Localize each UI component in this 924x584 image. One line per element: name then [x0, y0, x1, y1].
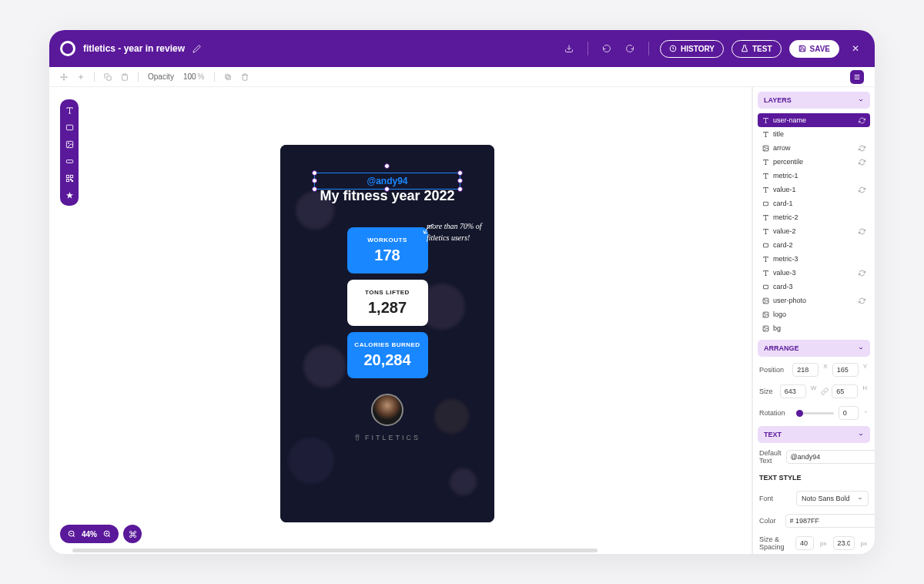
layer-row[interactable]: user-name — [758, 113, 870, 127]
size-spacing-row: Size & Spacing px px — [758, 534, 870, 552]
annotation-text[interactable]: more than 70% of fitletics users! — [427, 220, 487, 243]
font-select[interactable]: Noto Sans Bold — [796, 491, 869, 506]
logo-icon — [60, 41, 75, 56]
rotation-slider[interactable] — [796, 412, 834, 415]
layer-row[interactable]: metric-1 — [758, 169, 870, 183]
layer-row[interactable]: card-3 — [758, 280, 870, 294]
rotation-input[interactable] — [839, 406, 859, 420]
header: fitletics - year in review HISTORY TEST … — [49, 30, 875, 67]
image-tool-icon[interactable] — [65, 139, 74, 149]
svg-rect-11 — [66, 159, 72, 163]
brand-text: FITLETICS — [365, 434, 420, 441]
toolbar: Opacity 100 % — [49, 67, 875, 87]
link-icon[interactable] — [821, 384, 829, 398]
opacity-value[interactable]: 100 — [183, 72, 196, 81]
button-tool-icon[interactable] — [65, 156, 74, 166]
svg-rect-13 — [70, 175, 72, 177]
username-text[interactable]: @andy94 — [367, 176, 407, 186]
title-text[interactable]: My fitness year 2022 — [320, 188, 454, 204]
brand-logo[interactable]: FITLETICS — [354, 434, 420, 441]
arrange-section-header[interactable]: ARRANGE — [758, 340, 870, 357]
layer-row[interactable]: bg — [758, 321, 870, 335]
layer-row[interactable]: value-3 — [758, 266, 870, 280]
layer-row[interactable]: card-1 — [758, 196, 870, 210]
position-label: Position — [759, 366, 788, 374]
default-text-input[interactable] — [786, 450, 875, 464]
workout-card[interactable]: WORKOUTS 178 — [347, 227, 428, 274]
layer-row[interactable]: percentile — [758, 155, 870, 169]
calories-card[interactable]: CALORIES BURNED 20,284 — [347, 332, 428, 378]
zoom-level: 44% — [82, 530, 97, 539]
position-row: Position X Y — [758, 361, 870, 378]
avatar[interactable] — [371, 394, 403, 426]
delete-icon[interactable] — [241, 73, 249, 81]
shortcuts-button[interactable] — [123, 525, 142, 543]
line-spacing-input[interactable] — [833, 536, 855, 550]
close-icon[interactable]: ✕ — [847, 40, 864, 57]
svg-rect-27 — [764, 243, 768, 247]
layer-row[interactable]: metric-3 — [758, 252, 870, 266]
layer-name: card-3 — [773, 283, 793, 290]
download-icon[interactable] — [561, 41, 577, 56]
qr-tool-icon[interactable] — [65, 173, 74, 183]
svg-rect-28 — [764, 285, 768, 289]
zoom-out-icon[interactable] — [68, 530, 75, 538]
rect-tool-icon[interactable] — [65, 123, 74, 132]
chevron-down-icon — [857, 495, 863, 502]
edit-title-icon[interactable] — [192, 45, 201, 53]
layer-row[interactable]: arrow — [758, 141, 870, 155]
svg-line-21 — [109, 535, 110, 537]
font-size-input[interactable] — [795, 536, 814, 550]
layer-row[interactable]: title — [758, 127, 870, 141]
layer-row[interactable]: card-2 — [758, 238, 870, 252]
layer-name: card-1 — [773, 200, 793, 207]
rotation-label: Rotation — [759, 409, 792, 417]
size-label: Size — [759, 388, 775, 395]
layers-list: user-nametitlearrowpercentilemetric-1val… — [758, 113, 870, 335]
save-button[interactable]: SAVE — [789, 40, 840, 58]
history-button[interactable]: HISTORY — [660, 40, 724, 58]
font-row: Font Noto Sans Bold — [758, 489, 870, 508]
move-icon[interactable] — [60, 73, 68, 81]
position-x-input[interactable] — [792, 363, 819, 377]
layer-row[interactable]: metric-2 — [758, 210, 870, 224]
calories-label: CALORIES BURNED — [347, 341, 428, 348]
canvas[interactable]: @andy94 My fitness year 2022 WORKOUTS 17… — [49, 87, 752, 554]
test-button[interactable]: TEST — [732, 40, 782, 58]
text-section-header[interactable]: TEXT — [758, 426, 870, 443]
zoom-in-icon[interactable] — [103, 530, 111, 538]
layers-section-header[interactable]: LAYERS — [758, 92, 870, 109]
svg-point-30 — [765, 299, 765, 300]
size-w-input[interactable] — [780, 384, 806, 398]
paste-icon[interactable] — [121, 73, 129, 81]
text-tool-icon[interactable] — [65, 106, 74, 115]
font-value: Noto Sans Bold — [802, 495, 850, 502]
tons-card[interactable]: TONS LIFTED 1,287 — [347, 280, 428, 326]
chevron-down-icon — [858, 431, 864, 438]
undo-icon[interactable] — [599, 41, 614, 56]
svg-rect-2 — [123, 73, 126, 75]
position-y-input[interactable] — [832, 363, 859, 377]
size-h-input[interactable] — [832, 384, 858, 398]
size-row: Size W H — [758, 383, 870, 400]
opacity-unit: % — [198, 72, 205, 81]
horizontal-scrollbar[interactable] — [72, 549, 598, 552]
rotation-row: Rotation ° — [758, 404, 870, 421]
zoom-pill[interactable]: 44% — [60, 525, 119, 543]
duplicate-icon[interactable] — [224, 73, 232, 81]
test-label: TEST — [752, 45, 772, 53]
redo-icon[interactable] — [622, 41, 638, 56]
star-tool-icon[interactable] — [65, 190, 74, 200]
layer-row[interactable]: user-photo — [758, 294, 870, 307]
layer-row[interactable]: value-2 — [758, 224, 870, 238]
design-canvas[interactable]: @andy94 My fitness year 2022 WORKOUTS 17… — [280, 145, 494, 522]
layer-row[interactable]: value-1 — [758, 183, 870, 196]
copy-icon[interactable] — [104, 73, 112, 81]
add-icon[interactable] — [77, 73, 85, 81]
layer-row[interactable]: logo — [758, 307, 870, 321]
panel-toggle-icon[interactable] — [850, 70, 864, 84]
svg-point-25 — [765, 146, 765, 147]
layer-name: user-photo — [773, 297, 806, 304]
color-input[interactable] — [785, 514, 875, 528]
layer-name: value-1 — [773, 186, 796, 193]
